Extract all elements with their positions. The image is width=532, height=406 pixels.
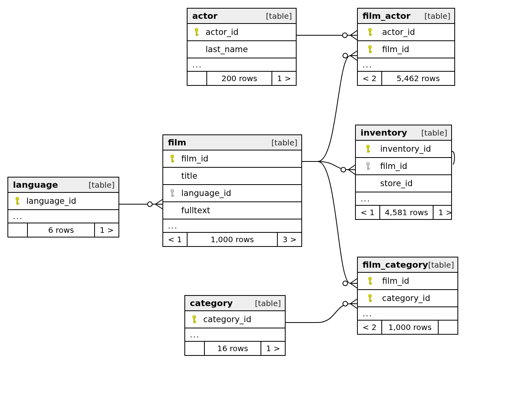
table-type-label: [table] — [271, 138, 297, 147]
table-name: category — [190, 298, 233, 308]
table-actor: actor [table] actor_id last_name ... 200… — [187, 8, 297, 86]
svg-rect-23 — [172, 195, 174, 196]
table-name: film_actor — [363, 11, 410, 21]
table-header: film_category [table] — [358, 257, 457, 273]
footer-in — [185, 342, 205, 355]
primary-key-icon — [363, 277, 377, 285]
primary-key-icon — [363, 45, 377, 54]
column-row: actor_id — [188, 24, 296, 41]
table-footer: 16 rows 1 > — [185, 342, 285, 355]
footer-rows: 6 rows — [28, 223, 95, 237]
table-footer: 200 rows 1 > — [188, 72, 296, 85]
ellipsis-row: ... — [163, 219, 301, 233]
footer-rows: 4,581 rows — [380, 206, 434, 219]
svg-rect-32 — [194, 321, 196, 323]
footer-out — [439, 321, 457, 334]
table-header: language [table] — [8, 178, 118, 193]
ellipsis-row: ... — [185, 328, 285, 342]
footer-in: < 1 — [163, 233, 188, 246]
column-row: last_name — [188, 41, 296, 58]
column-row: language_id — [163, 185, 301, 202]
table-type-label: [table] — [428, 260, 454, 270]
column-name: language_id — [181, 188, 297, 198]
column-name: film_id — [382, 45, 450, 54]
svg-point-4 — [148, 202, 152, 207]
svg-point-0 — [343, 33, 347, 38]
table-film-actor: film_actor [table] actor_id film_id ... … — [357, 8, 455, 86]
column-row: film_id — [356, 158, 451, 175]
footer-rows: 1,000 rows — [188, 233, 278, 246]
column-row: fulltext — [163, 202, 301, 219]
footer-in — [188, 72, 207, 85]
table-name: actor — [192, 11, 217, 21]
svg-point-3 — [343, 281, 348, 286]
table-film: film [table] film_id title language_id f… — [162, 134, 302, 247]
footer-rows: 16 rows — [205, 342, 261, 355]
table-type-label: [table] — [425, 11, 450, 21]
footer-out: 1 > — [272, 72, 296, 85]
table-film-category: film_category [table] film_id category_i… — [357, 257, 458, 335]
column-name: film_id — [382, 276, 454, 286]
table-type-label: [table] — [89, 180, 115, 190]
table-category: category [table] category_id ... 16 rows… — [184, 295, 286, 356]
footer-rows: 1,000 rows — [382, 321, 439, 334]
svg-rect-11 — [370, 34, 372, 35]
svg-rect-26 — [368, 151, 370, 152]
primary-key-icon — [361, 145, 375, 153]
table-footer: < 2 1,000 rows — [358, 321, 457, 334]
column-row: inventory_id — [356, 141, 451, 158]
table-header: inventory [table] — [356, 125, 451, 141]
column-row: film_id — [358, 273, 457, 290]
table-footer: < 1 4,581 rows 1 > — [356, 206, 451, 219]
table-name: film — [168, 138, 186, 147]
column-name: actor_id — [206, 27, 292, 37]
table-footer: < 2 5,462 rows — [358, 72, 454, 85]
svg-rect-17 — [17, 203, 19, 204]
primary-key-icon — [363, 294, 377, 303]
column-name: last_name — [206, 45, 292, 54]
footer-out: 3 > — [278, 233, 301, 246]
column-name: film_id — [380, 161, 447, 171]
foreign-key-icon — [361, 162, 375, 170]
footer-out: 1 > — [261, 342, 285, 355]
column-row: title — [163, 168, 301, 185]
svg-point-1 — [343, 53, 348, 58]
svg-point-2 — [341, 167, 346, 172]
table-name: inventory — [361, 128, 407, 138]
svg-point-5 — [343, 301, 348, 306]
svg-rect-20 — [172, 161, 174, 162]
column-name: category_id — [382, 294, 454, 303]
ellipsis-row: ... — [188, 58, 296, 72]
footer-in — [8, 223, 28, 237]
ellipsis-row: ... — [358, 58, 454, 72]
table-header: actor [table] — [188, 9, 296, 24]
column-name: store_id — [380, 179, 447, 188]
column-row: actor_id — [358, 24, 454, 41]
column-row: store_id — [356, 175, 451, 192]
ellipsis-row: ... — [358, 307, 457, 321]
table-inventory: inventory [table] inventory_id film_id s… — [355, 125, 452, 220]
column-name: inventory_id — [380, 144, 447, 154]
column-name: film_id — [181, 154, 297, 163]
table-type-label: [table] — [266, 11, 292, 21]
foreign-key-icon — [168, 189, 177, 198]
table-name: language — [13, 180, 58, 190]
column-name: title — [181, 171, 297, 181]
column-name: category_id — [203, 315, 281, 324]
footer-in: < 1 — [356, 206, 380, 219]
svg-rect-35 — [370, 283, 372, 284]
table-header: film_actor [table] — [358, 9, 454, 24]
table-footer: < 1 1,000 rows 3 > — [163, 233, 301, 246]
ellipsis-row: ... — [8, 210, 118, 223]
column-row: category_id — [358, 290, 457, 307]
ellipsis-row: ... — [356, 192, 451, 206]
footer-rows: 5,462 rows — [382, 72, 454, 85]
footer-out: 1 > — [434, 206, 457, 219]
table-language: language [table] language_id ... 6 rows … — [7, 177, 119, 237]
primary-key-icon — [363, 28, 377, 36]
svg-rect-8 — [196, 34, 199, 35]
column-row: category_id — [185, 311, 285, 328]
column-name: language_id — [26, 196, 115, 206]
column-name: actor_id — [382, 27, 450, 37]
column-row: language_id — [8, 193, 118, 210]
